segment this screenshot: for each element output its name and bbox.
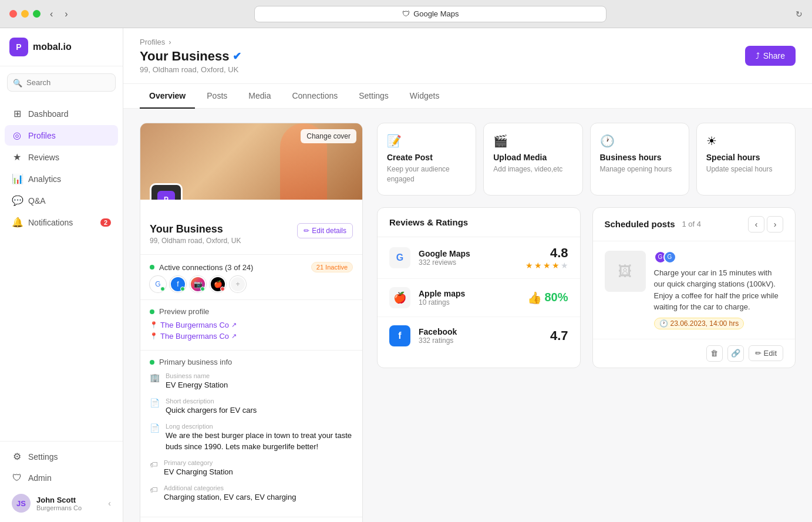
more-connections-icon[interactable]: + <box>230 276 246 292</box>
preview-profile-section: Preview profile 📍 The Burgermans Co ↗ 📍 … <box>140 299 362 350</box>
google-platform-icon: G <box>389 247 410 268</box>
connections-section: Active connections (3 of 24) 21 Inactive… <box>140 254 362 299</box>
collapse-icon[interactable]: ‹ <box>108 499 111 508</box>
forward-button[interactable]: › <box>62 6 70 22</box>
star-5: ★ <box>561 261 568 270</box>
preview-link-2[interactable]: 📍 The Burgermans Co ↗ <box>150 332 353 341</box>
logo-inner: P <box>157 191 175 200</box>
google-review-count: 332 reviews <box>419 258 517 267</box>
search-input[interactable] <box>7 73 116 92</box>
primary-cat-content: Primary category EV Charging Station <box>164 459 233 477</box>
back-button[interactable]: ‹ <box>48 6 55 22</box>
apple-rating: 👍 80% <box>527 291 568 305</box>
prev-page-button[interactable]: ‹ <box>748 216 764 233</box>
external-link-icon-2: ↗ <box>231 332 237 340</box>
sidebar-item-reviews[interactable]: ★ Reviews <box>5 147 118 167</box>
business-hours-title: Business hours <box>600 153 679 162</box>
sidebar-item-settings[interactable]: ⚙ Settings <box>5 446 118 467</box>
instagram-connection-icon[interactable]: 📷 <box>190 276 206 292</box>
refresh-button[interactable]: ↻ <box>796 9 803 19</box>
main-content: Profiles › Your Business ✔ 99, Oldham ro… <box>123 28 812 522</box>
post-actions: 🗑 🔗 ✏ Edit <box>593 339 796 368</box>
biz-field-long-desc: 📄 Long description We are the best burge… <box>150 423 353 452</box>
maximize-button[interactable] <box>33 10 41 18</box>
special-hours-card[interactable]: ☀ Special hours Update special hours <box>696 123 796 196</box>
sidebar-item-label: Notifications <box>28 218 73 227</box>
google-connection-icon[interactable]: G <box>150 276 166 292</box>
sidebar-item-admin[interactable]: 🛡 Admin <box>5 468 118 488</box>
notifications-icon: 🔔 <box>12 217 22 228</box>
user-profile[interactable]: JS John Scott Burgermans Co ‹ <box>5 489 118 517</box>
share-button[interactable]: ⤴ Share <box>745 46 796 66</box>
upload-media-icon: 🎬 <box>493 134 572 148</box>
sidebar-item-label: Reviews <box>28 153 59 162</box>
create-post-desc: Keep your audience engaged <box>387 164 466 184</box>
sidebar-nav: ⊞ Dashboard ◎ Profiles ★ Reviews 📊 Analy… <box>0 99 123 441</box>
logo-area: P mobal.io <box>0 28 123 66</box>
bottom-row: Reviews & Ratings G Google Maps 332 revi… <box>377 207 796 368</box>
url-text: Google Maps <box>413 9 459 18</box>
change-cover-button[interactable]: Change cover <box>301 129 356 143</box>
create-post-title: Create Post <box>387 153 466 162</box>
quick-actions: 📝 Create Post Keep your audience engaged… <box>377 123 796 196</box>
next-page-button[interactable]: › <box>767 216 783 233</box>
sidebar-item-dashboard[interactable]: ⊞ Dashboard <box>5 103 118 124</box>
biz-field-short-desc: 📄 Short description Quick chargers for E… <box>150 398 353 416</box>
copy-link-button[interactable]: 🔗 <box>727 345 744 362</box>
add-cat-content: Additional categories Charging station, … <box>164 484 296 503</box>
short-desc-content: Short description Quick chargers for EV … <box>166 398 257 416</box>
sidebar-bottom: ⚙ Settings 🛡 Admin JS John Scott Burgerm… <box>0 441 123 522</box>
page-title: Your Business ✔ <box>140 49 241 64</box>
preview-dot <box>150 309 154 314</box>
edit-details-button[interactable]: ✏ Edit details <box>297 223 353 238</box>
short-desc-value: Quick chargers for EV cars <box>166 405 257 416</box>
profile-name: Your Business <box>150 223 241 235</box>
apple-review-item: 🍎 Apple maps 10 ratings 👍 80% <box>378 279 580 317</box>
tab-settings[interactable]: Settings <box>349 84 398 109</box>
instagram-status-dot <box>200 287 205 291</box>
sidebar-item-qna[interactable]: 💬 Q&A <box>5 190 118 211</box>
profile-address: 99, Oldham road, Oxford, UK <box>150 237 241 245</box>
facebook-connection-icon[interactable]: f <box>170 276 186 292</box>
preview-link-1[interactable]: 📍 The Burgermans Co ↗ <box>150 321 353 329</box>
tab-media[interactable]: Media <box>239 84 280 109</box>
post-time-area: 🕐 23.06.2023, 14:00 hrs <box>654 318 784 329</box>
preview-title: Preview profile <box>150 307 353 316</box>
address-bar[interactable]: 🛡 Google Maps <box>254 6 607 22</box>
add-cat-value: Charging station, EV cars, EV charging <box>164 492 296 503</box>
pagination-buttons: ‹ › <box>748 216 783 233</box>
close-button[interactable] <box>9 10 17 18</box>
breadcrumb-profiles[interactable]: Profiles <box>140 38 165 46</box>
maps-icon: 📍 <box>150 332 158 340</box>
tab-posts[interactable]: Posts <box>197 84 237 109</box>
biz-field-name: 🏢 Business name EV Energy Station <box>150 372 353 390</box>
tab-overview[interactable]: Overview <box>140 84 195 109</box>
business-hours-card[interactable]: 🕐 Business hours Manage opening hours <box>590 123 689 196</box>
facebook-rating: 4.7 <box>550 328 568 343</box>
post-time-text: 23.06.2023, 14:00 hrs <box>671 319 739 328</box>
verified-icon: ✔ <box>233 50 241 63</box>
edit-post-button[interactable]: ✏ Edit <box>749 345 783 361</box>
left-panel: Change cover P 📷 Upload Profile picture <box>140 123 363 522</box>
google-review-item: G Google Maps 332 reviews 4.8 ★ <box>378 237 580 279</box>
apple-connection-icon[interactable]: 🍎 <box>210 276 226 292</box>
tab-widgets[interactable]: Widgets <box>400 84 449 109</box>
sidebar-item-profiles[interactable]: ◎ Profiles <box>5 125 118 146</box>
google-maps-icon: 📍 <box>150 321 158 329</box>
time-badge: 🕐 23.06.2023, 14:00 hrs <box>654 318 744 329</box>
delete-post-button[interactable]: 🗑 <box>706 345 723 362</box>
upload-media-card[interactable]: 🎬 Upload Media Add images, video,etc <box>483 123 582 196</box>
sidebar-item-analytics[interactable]: 📊 Analytics <box>5 169 118 189</box>
building-icon: 🏢 <box>150 373 160 382</box>
post-text: Charge your car in 15 minutes with our q… <box>654 267 784 313</box>
sidebar-item-label: Settings <box>28 452 58 462</box>
create-post-card[interactable]: 📝 Create Post Keep your audience engaged <box>377 123 476 196</box>
connection-icons: G f 📷 🍎 <box>150 276 353 292</box>
tab-connections[interactable]: Connections <box>282 84 347 109</box>
facebook-review-count: 332 ratings <box>419 336 542 345</box>
right-panel: 📝 Create Post Keep your audience engaged… <box>377 123 796 522</box>
sidebar-item-notifications[interactable]: 🔔 Notifications 2 <box>5 212 118 233</box>
search-icon: 🔍 <box>13 78 22 87</box>
apple-review-count: 10 ratings <box>419 298 519 307</box>
minimize-button[interactable] <box>21 10 29 18</box>
